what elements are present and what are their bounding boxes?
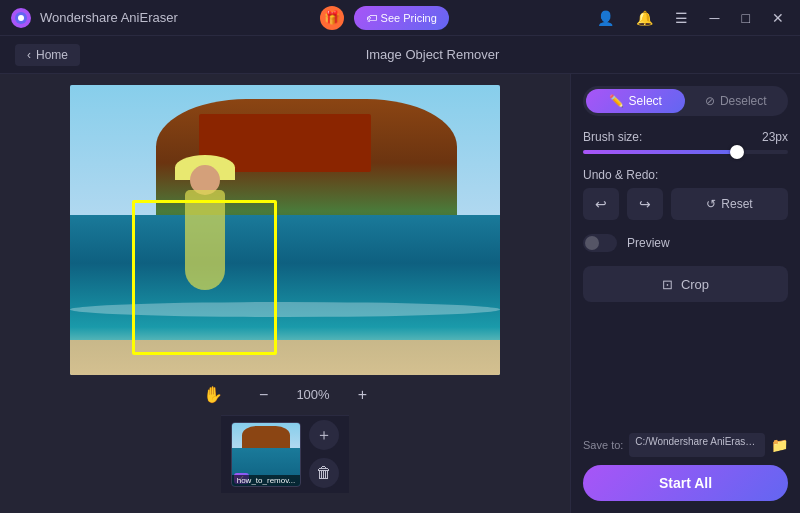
crop-icon: ⊡ bbox=[662, 277, 673, 292]
switch-thumb bbox=[585, 236, 599, 250]
preview-label: Preview bbox=[627, 236, 670, 250]
zoom-in-button[interactable]: + bbox=[350, 382, 375, 408]
bell-icon: 🔔 bbox=[636, 10, 653, 26]
image-toolbar: ✋ − 100% + bbox=[195, 375, 375, 415]
strip-action-buttons: ＋ 🗑 bbox=[309, 420, 339, 488]
deselect-button[interactable]: ⊘ Deselect bbox=[687, 89, 786, 113]
select-button[interactable]: ✏️ Select bbox=[586, 89, 685, 113]
hand-tool-button[interactable]: ✋ bbox=[195, 381, 231, 408]
thumb-label: how_to_remov... bbox=[232, 475, 300, 486]
add-image-button[interactable]: ＋ bbox=[309, 420, 339, 450]
titlebar-left: Wondershare AniEraser bbox=[10, 7, 178, 29]
maximize-button[interactable]: □ bbox=[736, 8, 756, 28]
pricing-button[interactable]: 🏷 See Pricing bbox=[354, 6, 449, 30]
close-button[interactable]: ✕ bbox=[766, 8, 790, 28]
undo-button[interactable]: ↩ bbox=[583, 188, 619, 220]
trash-icon: 🗑 bbox=[316, 464, 332, 482]
menu-icon: ☰ bbox=[675, 10, 688, 26]
hand-icon: ✋ bbox=[203, 386, 223, 403]
navbar: ‹ Home Image Object Remover bbox=[0, 36, 800, 74]
brush-thumb bbox=[730, 145, 744, 159]
preview-section: Preview bbox=[583, 234, 788, 252]
plus-circle-icon: ＋ bbox=[316, 425, 332, 446]
minimize-button[interactable]: ─ bbox=[704, 8, 726, 28]
tag-icon: 🏷 bbox=[366, 12, 377, 24]
back-icon: ‹ bbox=[27, 48, 31, 62]
brush-label: Brush size: 23px bbox=[583, 130, 788, 144]
user-button[interactable]: 👤 bbox=[591, 8, 620, 28]
bottom-panel: Save to: C:/Wondershare AniEraser/li 📁 S… bbox=[583, 433, 788, 501]
brush-slider[interactable] bbox=[583, 150, 788, 154]
main-layout: ✋ − 100% + ✓ how_to_remov... bbox=[0, 74, 800, 513]
minus-icon: − bbox=[259, 386, 268, 403]
brush-icon: ✏️ bbox=[609, 94, 624, 108]
reset-button[interactable]: ↺ Reset bbox=[671, 188, 788, 220]
titlebar-center: 🎁 🏷 See Pricing bbox=[320, 6, 449, 30]
preview-toggle[interactable] bbox=[583, 234, 617, 252]
undo-icon: ↩ bbox=[595, 196, 607, 212]
home-button[interactable]: ‹ Home bbox=[15, 44, 80, 66]
right-panel: ✏️ Select ⊘ Deselect Brush size: 23px Un… bbox=[570, 74, 800, 513]
undo-redo-label: Undo & Redo: bbox=[583, 168, 788, 182]
main-image bbox=[70, 85, 500, 375]
reset-icon: ↺ bbox=[706, 197, 716, 211]
user-icon: 👤 bbox=[597, 10, 614, 26]
browse-folder-button[interactable]: 📁 bbox=[771, 437, 788, 453]
redo-icon: ↪ bbox=[639, 196, 651, 212]
zoom-out-button[interactable]: − bbox=[251, 382, 276, 408]
canvas-area[interactable]: ✋ − 100% + ✓ how_to_remov... bbox=[0, 74, 570, 513]
brush-section: Brush size: 23px bbox=[583, 130, 788, 154]
image-container bbox=[70, 85, 500, 375]
eraser-icon: ⊘ bbox=[705, 94, 715, 108]
brush-filled bbox=[583, 150, 737, 154]
svg-point-2 bbox=[18, 15, 24, 21]
undo-redo-section: Undo & Redo: ↩ ↪ ↺ Reset bbox=[583, 168, 788, 220]
crop-button[interactable]: ⊡ Crop bbox=[583, 266, 788, 302]
zoom-level: 100% bbox=[296, 387, 329, 402]
save-to-label: Save to: bbox=[583, 439, 623, 451]
select-toggle: ✏️ Select ⊘ Deselect bbox=[583, 86, 788, 116]
undo-redo-buttons: ↩ ↪ ↺ Reset bbox=[583, 188, 788, 220]
titlebar: Wondershare AniEraser 🎁 🏷 See Pricing 👤 … bbox=[0, 0, 800, 36]
folder-icon: 📁 bbox=[771, 437, 788, 453]
app-logo bbox=[10, 7, 32, 29]
bell-button[interactable]: 🔔 bbox=[630, 8, 659, 28]
thumbnail-strip: ✓ how_to_remov... ＋ 🗑 bbox=[221, 415, 349, 493]
gift-icon: 🎁 bbox=[320, 6, 344, 30]
selection-box bbox=[132, 200, 277, 355]
delete-image-button[interactable]: 🗑 bbox=[309, 458, 339, 488]
app-title: Wondershare AniEraser bbox=[40, 10, 178, 25]
menu-button[interactable]: ☰ bbox=[669, 8, 694, 28]
save-section: Save to: C:/Wondershare AniEraser/li 📁 bbox=[583, 433, 788, 457]
start-all-button[interactable]: Start All bbox=[583, 465, 788, 501]
save-path-display: C:/Wondershare AniEraser/li bbox=[629, 433, 765, 457]
thumbnail-item[interactable]: ✓ how_to_remov... bbox=[231, 422, 301, 487]
plus-icon: + bbox=[358, 386, 367, 403]
redo-button[interactable]: ↪ bbox=[627, 188, 663, 220]
titlebar-right: 👤 🔔 ☰ ─ □ ✕ bbox=[591, 8, 790, 28]
page-title: Image Object Remover bbox=[80, 47, 785, 62]
